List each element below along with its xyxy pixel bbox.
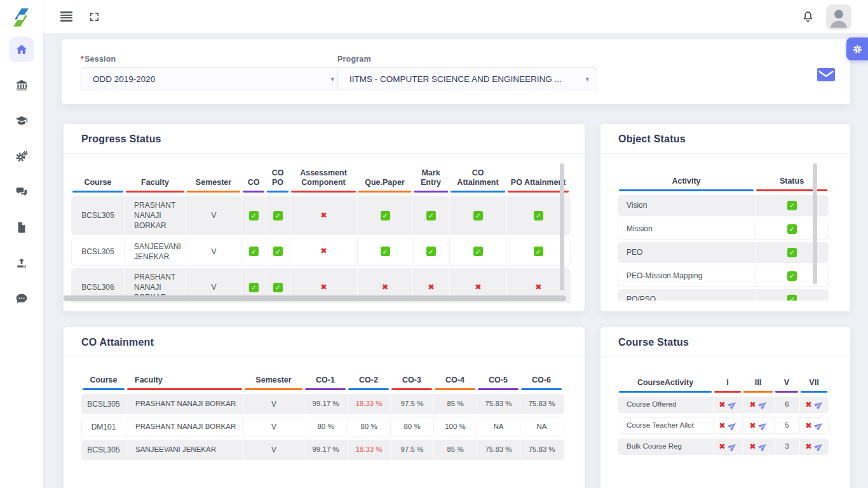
- send-icon[interactable]: [726, 419, 739, 432]
- send-icon[interactable]: [813, 440, 825, 453]
- status-check-icon: ✓: [426, 247, 436, 256]
- send-icon[interactable]: [813, 398, 825, 411]
- user-avatar[interactable]: [826, 4, 851, 30]
- session-select[interactable]: ODD 2019-2020 ▾: [81, 67, 342, 90]
- course-status-table: CourseActivityIIIIVVIICourse Offered✖✖6✖…: [618, 366, 829, 473]
- send-icon[interactable]: [726, 440, 739, 453]
- sidebar-item-institution[interactable]: [9, 72, 34, 98]
- col-header-label: CO-2: [359, 376, 378, 386]
- sidebar-item-configuration[interactable]: [9, 144, 34, 169]
- chat-bubbles-icon: [15, 186, 28, 198]
- col-header-label: Semester: [196, 178, 231, 188]
- activity-cell: Course Offered: [618, 396, 713, 413]
- semester-cell: V: [186, 196, 241, 235]
- send-icon[interactable]: [813, 419, 825, 432]
- table-row: BCSL305SANJEEVANI JENEKARV✓✓✖✓✓✓✓: [71, 238, 571, 266]
- col-header-label: Mark Entry: [414, 168, 448, 188]
- program-select[interactable]: IITMS - COMPUTER SCIENCE AND ENGINEERING…: [337, 67, 597, 90]
- status-cell: ✖: [742, 438, 774, 455]
- col-header-label: V: [784, 378, 789, 388]
- progress-status-table: CourseFacultySemesterCOCO POAssessment C…: [71, 162, 571, 303]
- table-header-row: CourseFacultySemesterCO-1CO-2CO-3CO-4CO-…: [81, 366, 564, 390]
- header-underline: [358, 191, 411, 193]
- status-check-icon: ✓: [787, 295, 797, 301]
- col-header-que-paper: Que.Paper: [357, 162, 412, 193]
- send-icon[interactable]: [757, 398, 770, 411]
- table-row: PO/PSO✓: [618, 289, 829, 301]
- header-underline: [187, 191, 240, 193]
- status-cross-icon: ✖: [535, 282, 541, 293]
- activity-cell: Vision: [618, 195, 755, 216]
- send-icon[interactable]: [757, 440, 770, 453]
- col-header-status: Status: [755, 162, 829, 191]
- panel-header: CO Attainment: [64, 327, 585, 357]
- status-cross-icon: ✖: [382, 282, 388, 293]
- sidebar-item-uploads[interactable]: [9, 250, 34, 276]
- activity-cell: Course Teacher Allot: [618, 417, 713, 434]
- header-underline: [72, 191, 123, 193]
- chevron-down-icon: ▾: [585, 75, 589, 83]
- sidebar-item-discussions[interactable]: [9, 179, 34, 205]
- col-header-activity: Activity: [618, 162, 755, 191]
- table-row: Bulk Course Reg✖✖3✖: [618, 438, 829, 455]
- send-icon[interactable]: [726, 398, 739, 411]
- vertical-scrollbar[interactable]: [560, 163, 564, 290]
- header-underline: [801, 391, 827, 393]
- col-header-co-attainment: CO Attainment: [449, 162, 506, 193]
- status-cross-icon: ✖: [805, 400, 811, 410]
- status-cross-icon: ✖: [719, 421, 725, 431]
- status-check-icon: ✓: [273, 247, 283, 256]
- graduation-cap-icon: [15, 114, 28, 127]
- header-underline: [478, 388, 519, 390]
- table-row: DM101PRASHANT NANAJI BORKARV80 %80 %80 %…: [81, 417, 564, 437]
- status-cell: ✖: [742, 396, 774, 413]
- course-cell: BCSL305: [71, 238, 125, 266]
- activity-cell: PEO: [618, 242, 755, 263]
- col-header-label: Faculty: [135, 376, 163, 386]
- horizontal-scrollbar[interactable]: [64, 295, 566, 301]
- status-cell: ✖: [742, 417, 774, 434]
- header-underline: [127, 388, 242, 390]
- col-header-label: CourseActivity: [637, 378, 693, 388]
- activity-cell: PEO-Mission Mapping: [618, 266, 755, 287]
- sidebar-item-academics[interactable]: [9, 108, 34, 133]
- status-cell: ✓: [357, 238, 412, 266]
- col-header-label: CO Attainment: [451, 168, 505, 188]
- col-header-faculty: Faculty: [125, 162, 186, 193]
- col-header-faculty: Faculty: [126, 366, 243, 390]
- col-header-label: Faculty: [141, 178, 169, 188]
- status-cell: ✖: [713, 438, 742, 455]
- session-filter-card: *Session ODD 2019-2020 ▾ Program IITMS -…: [62, 39, 850, 104]
- status-cross-icon: ✖: [719, 400, 725, 410]
- header-underline: [348, 388, 389, 390]
- status-cell: ✓: [755, 219, 829, 240]
- status-cell: ✓: [241, 238, 266, 266]
- panel-title: Progress Status: [81, 133, 161, 144]
- sidebar-item-documents[interactable]: [9, 215, 34, 240]
- required-asterisk: *: [81, 55, 84, 64]
- col-header-label: I: [726, 378, 728, 388]
- fullscreen-icon[interactable]: [86, 0, 102, 33]
- notification-bell-icon[interactable]: [799, 0, 816, 33]
- status-check-icon: ✓: [426, 211, 436, 220]
- status-cell: ✖: [799, 417, 829, 434]
- status-cell: ✖: [799, 438, 829, 455]
- sidebar-item-feedback[interactable]: [9, 286, 34, 311]
- mail-button[interactable]: [817, 68, 835, 81]
- menu-icon[interactable]: [58, 0, 74, 33]
- vertical-scrollbar[interactable]: [813, 163, 817, 284]
- sidebar-item-home[interactable]: [9, 37, 34, 62]
- faculty-cell: SANJEEVANI JENEKAR: [125, 238, 186, 266]
- table-row: Course Teacher Allot✖✖5✖: [618, 417, 829, 434]
- col-header-courseactivity: CourseActivity: [618, 366, 713, 393]
- col-header-label: Status: [780, 177, 804, 187]
- status-cross-icon: ✖: [428, 282, 434, 293]
- status-cell: ✖: [713, 396, 742, 413]
- send-icon[interactable]: [757, 419, 770, 432]
- settings-button[interactable]: [846, 37, 868, 60]
- co-value-cell: 75.83 %: [477, 394, 520, 414]
- header-underline: [435, 388, 475, 390]
- course-cell: DM101: [81, 417, 126, 437]
- table-row: Vision✓: [618, 195, 829, 216]
- app-logo: [6, 3, 36, 31]
